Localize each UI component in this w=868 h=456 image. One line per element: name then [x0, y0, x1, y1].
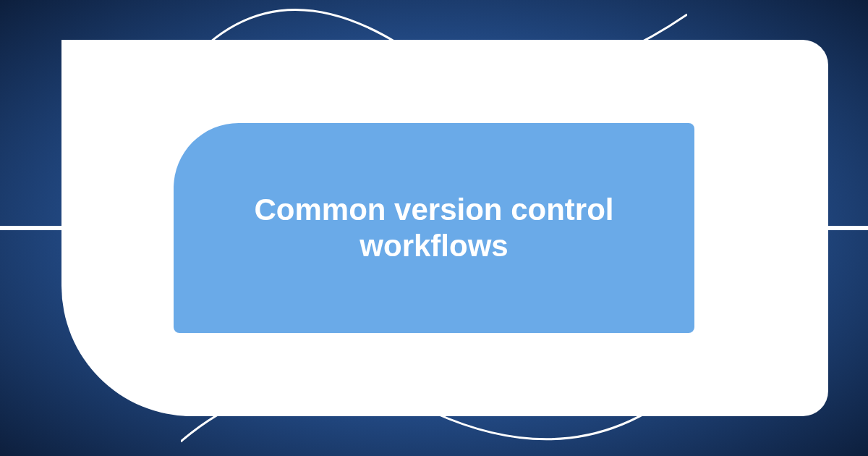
- title-card: Common version control workflows: [174, 123, 694, 333]
- card-title: Common version control workflows: [203, 192, 665, 265]
